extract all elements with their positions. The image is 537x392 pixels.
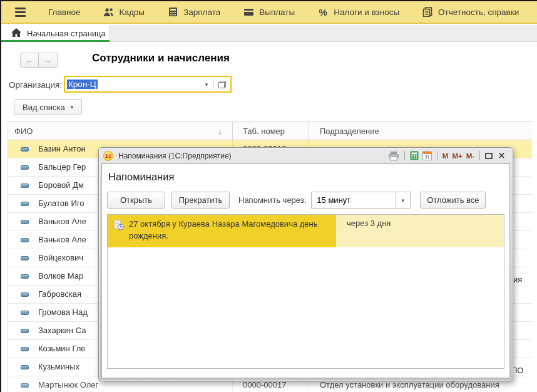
- column-divider: [309, 122, 309, 140]
- home-icon: [11, 28, 21, 39]
- tab-bar: Начальная страница: [1, 25, 537, 42]
- app-window: Главное Кадры Зарплата Выплаты: [0, 0, 537, 392]
- history-nav: ← →: [20, 53, 58, 68]
- menu-item-zarplata[interactable]: Зарплата: [167, 7, 220, 17]
- open-list-icon: [218, 81, 226, 88]
- employee-item-icon: [21, 311, 29, 315]
- employee-item-icon: [21, 238, 29, 242]
- chevron-down-icon: ▾: [71, 104, 74, 110]
- employee-item-icon: [21, 256, 29, 260]
- maximize-button[interactable]: [485, 153, 493, 159]
- cell-fio: Захаркин Са: [38, 326, 86, 335]
- open-button[interactable]: Открыть: [107, 192, 165, 209]
- back-arrow-icon: ←: [25, 55, 34, 65]
- employee-item-icon: [21, 329, 29, 333]
- 1c-logo-icon: 1с: [103, 151, 113, 161]
- cell-department: Отдел установки и эксплуатации оборудова…: [320, 380, 499, 389]
- employee-item-icon: [21, 220, 29, 224]
- dialog-controls: Открыть Прекратить Напомнить через: 15 м…: [107, 192, 504, 209]
- organization-open-button[interactable]: [214, 77, 230, 91]
- memory-m-button[interactable]: M: [442, 152, 449, 160]
- remind-interval-dropdown-button[interactable]: ▾: [395, 192, 410, 208]
- employee-item-icon: [21, 347, 29, 351]
- cell-fio: Волков Мар: [38, 271, 83, 281]
- menu-item-vyplaty[interactable]: Выплаты: [243, 7, 295, 17]
- menu-item-label: Главное: [48, 8, 81, 17]
- back-button[interactable]: ←: [20, 53, 39, 68]
- cell-fio: Ваньков Але: [38, 235, 86, 244]
- calendar-button[interactable]: 31: [422, 151, 432, 160]
- reports-icon: [422, 7, 433, 17]
- organization-dropdown-button[interactable]: ▾: [200, 77, 213, 91]
- employee-item-icon: [21, 202, 29, 206]
- sort-descending-icon: ↓: [218, 126, 222, 136]
- cell-fio: Габровская: [38, 289, 81, 299]
- menu-item-otchetnost[interactable]: Отчетность, справки: [422, 7, 519, 17]
- dialog-body: Напоминания Открыть Прекратить Напомнить…: [101, 163, 510, 378]
- remind-interval-combobox[interactable]: 15 минут ▾: [311, 192, 411, 209]
- dialog-titlebar[interactable]: 1с Напоминания (1С:Предприятие) 31: [99, 148, 513, 163]
- dialog-title: Напоминания (1С:Предприятие): [118, 152, 232, 160]
- cell-fio: Громова Над: [38, 307, 88, 317]
- reminder-document-clock-icon: [113, 220, 124, 234]
- tab-label: Начальная страница: [27, 29, 106, 38]
- employee-item-icon: [21, 274, 29, 279]
- reminder-text: 27 октября у Кураева Назара Магомедовича…: [129, 219, 318, 240]
- postpone-all-button[interactable]: Отложить все: [420, 192, 486, 209]
- forward-button[interactable]: →: [39, 53, 58, 68]
- organization-value[interactable]: Крон-Ц: [65, 80, 200, 89]
- column-header-department[interactable]: Подразделение: [320, 126, 379, 136]
- calculator-button[interactable]: [410, 151, 419, 160]
- reminders-list[interactable]: 27 октября у Кураева Назара Магомедовича…: [107, 214, 504, 369]
- employee-item-icon: [21, 365, 29, 369]
- torn-edge-shadow: Главное Кадры Зарплата Выплаты: [0, 0, 537, 392]
- menu-item-label: Выплаты: [259, 8, 295, 17]
- reminder-row[interactable]: 27 октября у Кураева Назара Магомедовича…: [108, 215, 504, 247]
- employee-item-icon: [21, 165, 29, 170]
- remind-after-label: Напомнить через:: [238, 195, 306, 205]
- menu-item-label: Налоги и взносы: [334, 8, 399, 17]
- column-header-tab-number[interactable]: Таб. номер: [243, 126, 285, 136]
- employee-item-icon: [21, 147, 29, 152]
- menu-item-label: Отчетность, справки: [438, 8, 519, 17]
- list-view-label: Вид списка: [23, 103, 65, 112]
- table-header[interactable]: ФИО ↓ Таб. номер Подразделение: [8, 121, 532, 140]
- close-button[interactable]: ✕: [498, 151, 505, 160]
- people-icon: [103, 7, 115, 17]
- memory-m-minus-button[interactable]: M-: [466, 152, 474, 160]
- cell-fio: Боровой Дм: [38, 180, 84, 190]
- organization-label: Организация:: [9, 80, 62, 90]
- chevron-down-icon: ▾: [205, 81, 208, 88]
- reminders-dialog: 1с Напоминания (1С:Предприятие) 31: [98, 147, 513, 381]
- organization-combobox[interactable]: Крон-Ц ▾: [64, 76, 232, 93]
- column-header-fio[interactable]: ФИО: [14, 126, 33, 136]
- chevron-down-icon: ▾: [402, 197, 405, 204]
- department-text-fragment: ия: [513, 275, 522, 284]
- cell-tab-number: 0000-00017: [243, 380, 286, 389]
- employee-item-icon: [21, 383, 29, 388]
- titlebar-divider: [479, 151, 480, 160]
- tab-home[interactable]: Начальная страница: [1, 25, 110, 42]
- stop-reminder-button[interactable]: Прекратить: [171, 192, 230, 209]
- dialog-heading: Напоминания: [108, 171, 509, 183]
- remind-interval-value: 15 минут: [312, 195, 395, 205]
- cell-fio: Козьмин Гле: [38, 344, 86, 353]
- print-button[interactable]: [388, 151, 399, 161]
- list-view-button[interactable]: Вид списка ▾: [14, 99, 82, 115]
- menu-item-nalogi[interactable]: % Налоги и взносы: [317, 7, 399, 17]
- reminder-due-cell[interactable]: через 3 дня: [336, 215, 504, 247]
- hamburger-menu-icon[interactable]: [15, 8, 26, 17]
- menu-item-glavnoe[interactable]: Главное: [48, 8, 81, 17]
- titlebar-buttons: 31 M M+ M- ✕: [386, 151, 507, 161]
- reminder-subject-cell[interactable]: 27 октября у Кураева Назара Магомедовича…: [108, 215, 336, 247]
- column-divider: [232, 122, 233, 140]
- cell-fio: Базин Антон: [38, 144, 86, 153]
- cell-fio: Ваньков Але: [38, 217, 86, 226]
- selected-text: Крон-Ц: [67, 80, 98, 89]
- cell-fio: Булатов Иго: [38, 199, 84, 208]
- svg-text:31: 31: [424, 155, 429, 159]
- menu-item-kadry[interactable]: Кадры: [103, 7, 145, 17]
- page-content: ← → Сотрудники и начисления Организация:…: [1, 42, 537, 392]
- employee-item-icon: [21, 292, 29, 297]
- memory-m-plus-button[interactable]: M+: [452, 152, 462, 160]
